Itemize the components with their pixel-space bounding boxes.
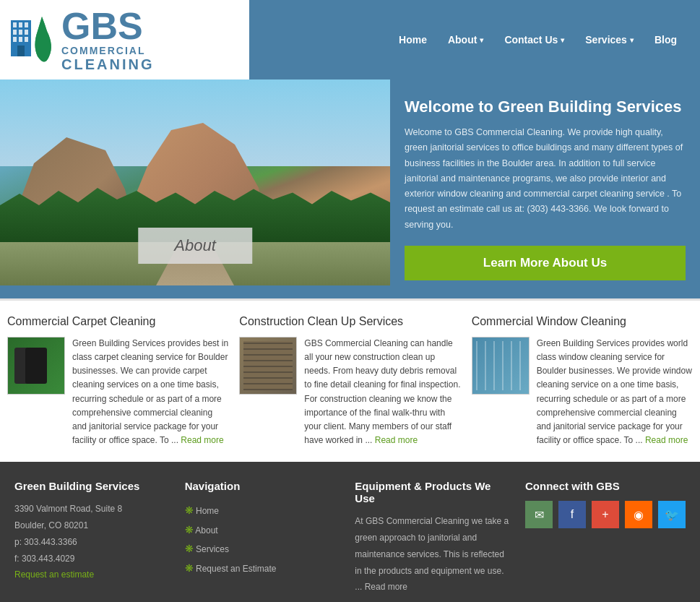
footer-city: Boulder, CO 80201 bbox=[14, 517, 170, 534]
svg-rect-2 bbox=[19, 22, 22, 27]
logo-cleaning: CLEANING bbox=[61, 56, 154, 73]
about-dropdown-arrow: ▾ bbox=[480, 36, 483, 44]
service-window: Commercial Window Cleaning Green Buildin… bbox=[472, 315, 693, 448]
hero-body: Welcome to GBS Commercial Cleaning. We p… bbox=[405, 125, 686, 233]
service-carpet: Commercial Carpet Cleaning Green Buildin… bbox=[7, 315, 228, 448]
service-carpet-title: Commercial Carpet Cleaning bbox=[7, 315, 228, 328]
service-window-text: Green Building Services provides world c… bbox=[537, 337, 693, 448]
nav-blog[interactable]: Blog bbox=[646, 28, 686, 51]
hero-title: Welcome to Green Building Services bbox=[405, 98, 686, 116]
service-window-thumb bbox=[472, 337, 530, 395]
footer-equip-body: At GBS Commercial Cleaning we take a gre… bbox=[355, 513, 511, 595]
nav-about[interactable]: About ▾ bbox=[439, 28, 492, 51]
hero-section: About Welcome to Green Building Services… bbox=[0, 79, 700, 298]
logo-commercial: COMMERCIAL bbox=[61, 45, 154, 56]
footer-company: Green Building Services 3390 Valmont Roa… bbox=[14, 480, 170, 595]
hero-content: Welcome to Green Building Services Welco… bbox=[390, 79, 700, 298]
footer-nav-home[interactable]: ❋ Home bbox=[185, 501, 341, 520]
svg-rect-6 bbox=[25, 30, 28, 35]
svg-rect-7 bbox=[13, 37, 17, 42]
footer-equip-title: Equipment & Products We Use bbox=[355, 480, 511, 504]
equip-read-more[interactable]: ... Read more bbox=[355, 579, 511, 595]
nav-services[interactable]: Services ▾ bbox=[576, 28, 642, 51]
service-construction-thumb bbox=[239, 337, 297, 395]
learn-more-button[interactable]: Learn More About Us bbox=[405, 246, 686, 280]
contact-dropdown-arrow: ▾ bbox=[561, 36, 564, 44]
service-carpet-body: Green Building Services provides best in… bbox=[7, 337, 228, 448]
footer-nav-request[interactable]: ❋ Request an Estimate bbox=[185, 559, 341, 578]
service-window-body: Green Building Services provides world c… bbox=[472, 337, 693, 448]
logo: GBS COMMERCIAL CLEANING bbox=[7, 7, 154, 73]
footer-company-title: Green Building Services bbox=[14, 480, 170, 492]
window-read-more[interactable]: Read more bbox=[645, 435, 688, 445]
footer-fax: f: 303.443.4029 bbox=[14, 551, 170, 567]
footer-connect-title: Connect with GBS bbox=[525, 480, 686, 492]
carpet-read-more[interactable]: Read more bbox=[181, 435, 223, 445]
logo-icon bbox=[7, 9, 58, 71]
svg-rect-9 bbox=[25, 37, 28, 42]
footer-nav-services[interactable]: ❋ Services bbox=[185, 539, 341, 559]
service-window-title: Commercial Window Cleaning bbox=[472, 315, 693, 328]
logo-gbs: GBS bbox=[61, 7, 154, 45]
svg-rect-3 bbox=[25, 22, 28, 27]
service-construction-text: GBS Commercial Cleaning can handle all y… bbox=[304, 337, 460, 448]
footer-nav-title: Navigation bbox=[185, 480, 341, 492]
svg-rect-10 bbox=[17, 46, 25, 56]
social-icons: ✉ f + ◉ 🐦 bbox=[525, 501, 686, 528]
logo-area: GBS COMMERCIAL CLEANING bbox=[0, 0, 249, 79]
svg-rect-4 bbox=[13, 30, 17, 35]
svg-rect-1 bbox=[13, 22, 17, 27]
service-carpet-text: Green Building Services provides best in… bbox=[72, 337, 228, 448]
social-rss-icon[interactable]: ◉ bbox=[625, 501, 652, 528]
service-carpet-thumb bbox=[7, 337, 65, 395]
hero-about-label: About bbox=[138, 228, 252, 264]
service-construction: Construction Clean Up Services GBS Comme… bbox=[239, 315, 460, 448]
construction-read-more[interactable]: Read more bbox=[375, 435, 418, 445]
footer-address: 3390 Valmont Road, Suite 8 bbox=[14, 501, 170, 517]
logo-text: GBS COMMERCIAL CLEANING bbox=[61, 7, 154, 73]
svg-rect-5 bbox=[19, 30, 22, 35]
footer-phone: p: 303.443.3366 bbox=[14, 534, 170, 551]
footer: Green Building Services 3390 Valmont Roa… bbox=[0, 462, 700, 602]
social-twitter-icon[interactable]: 🐦 bbox=[658, 501, 686, 528]
svg-rect-8 bbox=[19, 37, 22, 42]
header: GBS COMMERCIAL CLEANING Home About ▾ Con… bbox=[0, 0, 700, 79]
social-plus-icon[interactable]: + bbox=[592, 501, 619, 528]
footer-connect: Connect with GBS ✉ f + ◉ 🐦 bbox=[525, 480, 686, 595]
services-dropdown-arrow: ▾ bbox=[630, 36, 634, 44]
nav-contact[interactable]: Contact Us ▾ bbox=[496, 28, 573, 51]
main-nav: Home About ▾ Contact Us ▾ Services ▾ Blo… bbox=[249, 28, 700, 51]
nav-home[interactable]: Home bbox=[390, 28, 436, 51]
hero-image: About bbox=[0, 79, 390, 285]
social-facebook-icon[interactable]: f bbox=[558, 501, 586, 528]
services-section: Commercial Carpet Cleaning Green Buildin… bbox=[0, 298, 700, 463]
service-construction-title: Construction Clean Up Services bbox=[239, 315, 460, 328]
footer-navigation: Navigation ❋ Home ❋ About ❋ Services ❋ R… bbox=[185, 480, 341, 595]
footer-request[interactable]: Request an estimate bbox=[14, 567, 170, 583]
footer-equipment: Equipment & Products We Use At GBS Comme… bbox=[355, 480, 511, 595]
service-construction-body: GBS Commercial Cleaning can handle all y… bbox=[239, 337, 460, 448]
footer-nav-about[interactable]: ❋ About bbox=[185, 520, 341, 540]
social-email-icon[interactable]: ✉ bbox=[525, 501, 553, 528]
